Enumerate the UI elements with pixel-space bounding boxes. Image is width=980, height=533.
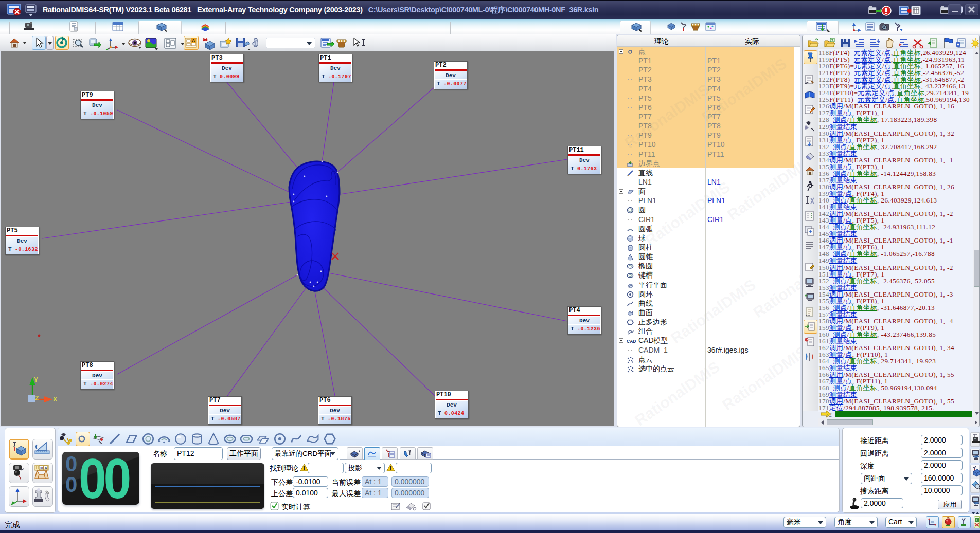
svg-text:X: X (53, 396, 57, 403)
svg-text:A: A (192, 38, 195, 43)
svg-text:Z: Z (35, 395, 39, 402)
svg-text:CAD: CAD (627, 339, 636, 344)
svg-text:A: A (45, 466, 48, 470)
svg-text:Y: Y (34, 376, 38, 383)
